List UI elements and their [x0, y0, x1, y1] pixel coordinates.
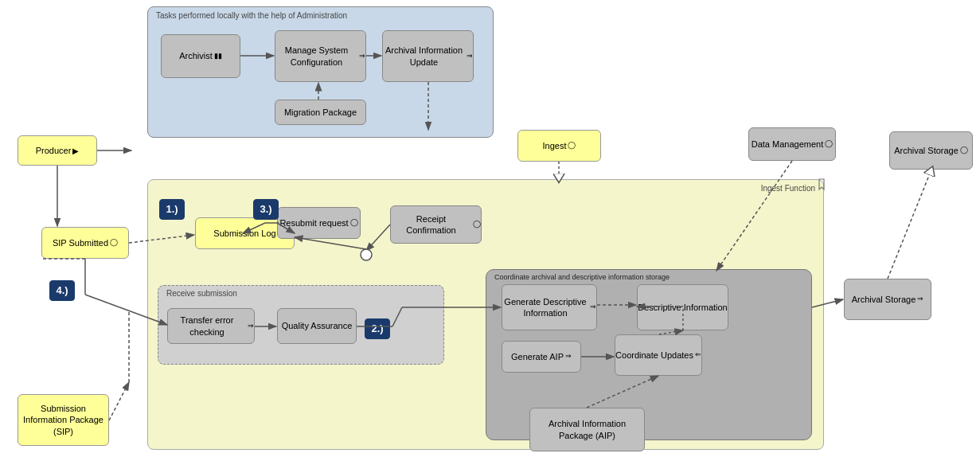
ingest-region-label: Ingest Function	[761, 184, 815, 193]
receive-region-label: Receive submission	[166, 289, 237, 298]
badge-3: 3.)	[253, 199, 279, 220]
ingest-box: Ingest ◯	[517, 130, 601, 162]
generate-descriptive-box: Generate Descriptive Information ⇒	[502, 284, 597, 330]
badge-2: 2.)	[365, 318, 390, 339]
migration-package-box: Migration Package	[275, 100, 366, 125]
resubmit-request-box: Resubmit request ◯	[277, 207, 361, 239]
archival-info-update-box: Archival Information Update ⇒	[382, 30, 474, 82]
coordinate-updates-box: Coordinate Updates ⇐	[615, 334, 702, 376]
receipt-confirmation-box: Receipt Confirmation ◯	[390, 205, 482, 244]
sip-box: Submission Information Package (SIP)	[18, 394, 109, 446]
generate-aip-box: Generate AIP ⇒	[502, 341, 581, 373]
badge-1: 1.)	[159, 199, 185, 220]
svg-line-22	[888, 170, 931, 279]
archivist-box: Archivist ▮▮	[161, 34, 240, 78]
badge-4: 4.)	[49, 280, 75, 301]
archival-storage-top-box: Archival Storage ◯	[889, 131, 973, 170]
aip-box: Archival Information Package (AIP)	[529, 408, 645, 451]
archival-storage-right-box: Archival Storage ⇒	[844, 279, 931, 320]
producer-box: Producer ▶	[18, 135, 97, 166]
svg-line-31	[109, 382, 129, 420]
transfer-error-box: Transfer error checking ⇒	[167, 308, 255, 344]
admin-region-label: Tasks performed locally with the help of…	[156, 11, 347, 20]
manage-system-box: Manage System Configuration ⇒	[275, 30, 366, 82]
coord-region-label: Coordinate archival and descriptive info…	[494, 273, 670, 281]
sip-submitted-box: SIP Submitted ◯	[41, 227, 129, 259]
data-management-box: Data Management ◯	[748, 127, 836, 161]
quality-assurance-box: Quality Assurance	[277, 308, 357, 344]
descriptive-info-box: Descriptive Information	[637, 284, 728, 330]
